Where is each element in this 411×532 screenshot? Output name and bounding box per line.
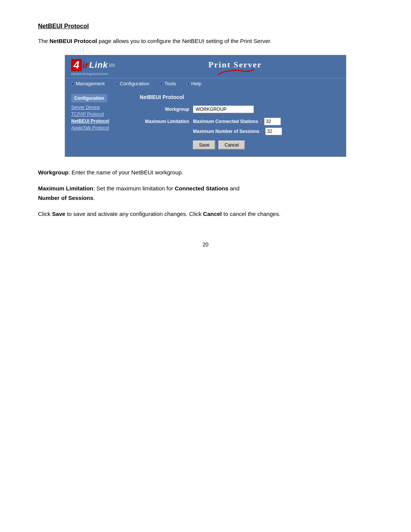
save-note: Click Save to save and activate any conf… (38, 209, 373, 219)
sidebar-config-label: Configuration (71, 94, 107, 102)
nav-item-management[interactable]: Management (71, 81, 105, 86)
nav-dot-management (71, 82, 74, 85)
max-limitation-description: Maximum Limitation: Set the maximum limi… (38, 184, 373, 203)
save-note-after: to cancel the changes. (222, 211, 280, 217)
print-server-title: Print Server (131, 60, 340, 75)
ui-sidebar: Configuration Server Device TCP/IP Proto… (71, 94, 132, 150)
nav-item-configuration[interactable]: Configuration (115, 81, 149, 86)
max-limitation-row: Maximum Limitation Maximum Connected Sta… (140, 118, 340, 135)
number-sessions-input[interactable] (265, 128, 282, 135)
max-limitation-group: Maximum Connected Stations : Maximum Num… (193, 118, 282, 135)
sessions-colon: : (262, 129, 263, 134)
number-sessions-row: Maximum Number of Sessions : (193, 128, 282, 135)
sidebar-link-server-device[interactable]: Server Device (71, 105, 132, 110)
nav-label-configuration: Configuration (120, 81, 149, 86)
print-server-swoosh-icon (212, 68, 258, 75)
logo-area: 4 irLink101 networkingsolutions (71, 59, 115, 76)
nav-item-tools[interactable]: Tools (160, 81, 176, 86)
button-row: Save Cancel (140, 141, 340, 150)
nav-label-help: Help (191, 81, 202, 86)
workgroup-text: : Enter the name of your NetBEUI workgro… (68, 169, 183, 176)
page-number: 20 (38, 241, 373, 248)
connected-stations-input[interactable] (264, 118, 281, 125)
logo-sub: networkingsolutions (71, 72, 108, 76)
ui-nav: Management Configuration Tools Help (65, 78, 346, 89)
nav-item-help[interactable]: Help (187, 81, 202, 86)
logo-text: 4 irLink101 (71, 59, 115, 71)
connected-stations-label: Maximum Connected Stations (193, 119, 258, 124)
connected-colon: : (260, 119, 261, 124)
intro-text-before: The (38, 38, 49, 44)
number-sessions-bold: Number of Sessions (38, 195, 93, 201)
ui-screenshot: 4 irLink101 networkingsolutions Print Se… (65, 55, 346, 157)
connected-stations-row: Maximum Connected Stations : (193, 118, 282, 125)
logo-brand-suffix: Link (89, 60, 108, 70)
nav-dot-configuration (115, 82, 118, 85)
sidebar-link-appletalk[interactable]: AppleTalk Protocol (71, 125, 132, 131)
workgroup-row: Workgroup (140, 105, 340, 113)
save-note-before: Click (38, 211, 52, 217)
connected-stations-bold: Connected Stations (175, 185, 228, 192)
nav-label-tools: Tools (164, 81, 176, 86)
nav-dot-tools (160, 82, 163, 85)
cancel-button[interactable]: Cancel (218, 141, 245, 150)
ui-header: 4 irLink101 networkingsolutions Print Se… (65, 55, 346, 78)
sidebar-link-netbeui[interactable]: NetBEUI Protocol (71, 118, 132, 124)
max-limitation-label: Maximum Limitation (140, 118, 189, 124)
number-sessions-period: . (93, 195, 95, 201)
ui-main-panel: NetBEUI Protocol Workgroup Maximum Limit… (140, 94, 340, 150)
nav-dot-help (187, 82, 190, 85)
workgroup-description: Workgroup: Enter the name of your NetBEU… (38, 168, 373, 177)
max-limitation-text: : Set the maximum limitation for (93, 185, 175, 192)
logo-brand-prefix: ir (83, 60, 89, 70)
logo-number: 4 (71, 59, 82, 71)
nav-label-management: Management (76, 81, 105, 86)
save-note-bold: Save (52, 211, 65, 217)
cancel-note-bold: Cancel (203, 211, 222, 217)
max-and-text: and (228, 185, 239, 192)
intro-text-after: page allows you to configure the NetBEUI… (97, 38, 272, 44)
workgroup-bold: Workgroup (38, 169, 68, 176)
intro-bold-term: NetBEUI Protocol (49, 38, 97, 44)
page-title: NetBEUI Protocol (38, 23, 373, 30)
workgroup-input[interactable] (193, 105, 254, 113)
ui-content: Configuration Server Device TCP/IP Proto… (65, 89, 346, 157)
sidebar-link-tcpip[interactable]: TCP/IP Protocol (71, 112, 132, 117)
panel-title: NetBEUI Protocol (140, 94, 340, 100)
number-sessions-label: Maximum Number of Sessions (193, 129, 260, 134)
intro-paragraph: The NetBEUI Protocol page allows you to … (38, 37, 373, 46)
save-note-mid: to save and activate any configuration c… (65, 211, 203, 217)
workgroup-label: Workgroup (140, 105, 189, 112)
max-limitation-bold: Maximum Limitation (38, 185, 93, 192)
save-button[interactable]: Save (193, 141, 215, 150)
logo-superscript: 101 (109, 63, 115, 67)
